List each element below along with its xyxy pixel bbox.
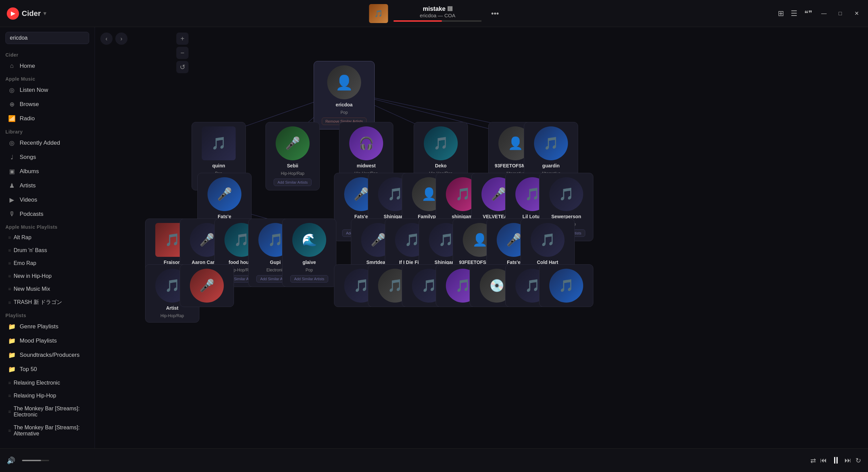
drag-handle-icon: ≡ [8,393,11,398]
drag-handle-icon: ≡ [8,235,11,240]
sidebar-item-mood-playlists[interactable]: 📁 Mood Playlists [2,334,93,348]
sidebar-item-alt-rap[interactable]: ≡ Alt Rap [2,231,93,244]
sidebar-label-mood-playlists: Mood Playlists [20,337,57,344]
artist-node-bottom-2[interactable]: 🎤 [180,264,234,307]
artist-node-sebii[interactable]: 🎤 Sebii Hip-Hop/Rap Add Similar Artists [265,122,320,190]
back-button[interactable]: ‹ [100,33,113,45]
sidebar-label-relaxing-hip-hop: Relaxing Hip-Hop [14,393,56,399]
close-button[interactable]: ✕ [852,9,861,18]
sidebar-item-radio[interactable]: 📶 Radio [2,111,93,126]
sidebar-label-browse: Browse [20,101,39,108]
sidebar-item-podcasts[interactable]: 🎙 Podcasts [2,207,93,221]
artist-name-bottom-1: Artist [166,305,179,311]
player-bar: 🔊 ⇄ ⏮ ⏸ ⏭ ↻ [0,448,868,472]
volume-bar[interactable] [22,460,49,461]
grid-view-icon[interactable]: ⊞ [778,9,784,18]
artist-name-deko: Deko [435,163,447,168]
browse-icon: ⊕ [8,101,16,108]
sidebar-item-trash-shin-dragon[interactable]: ≡ TRASH 新 ドラゴン [2,295,93,309]
sidebar-label-artists: Artists [20,182,36,189]
sidebar-item-emo-rap[interactable]: ≡ Emo Rap [2,257,93,270]
minimize-button[interactable]: — [819,9,829,18]
now-playing-info: mistake 🅴 ericdoa — COA [393,5,481,22]
podcasts-icon: 🎙 [8,210,16,218]
reset-zoom-button[interactable]: ↺ [176,61,189,73]
titlebar: ▶ Cider ▾ 🎵 mistake 🅴 ericdoa — COA ••• … [0,0,868,27]
sidebar-label-home: Home [20,63,35,69]
drag-handle-icon: ≡ [8,409,11,414]
artist-genre-ericdoa: Pop [340,110,348,115]
sidebar-item-listen-now[interactable]: ◎ Listen Now [2,83,93,97]
sidebar-item-relaxing-electronic[interactable]: ≡ Relaxing Electronic [2,376,93,389]
artist-avatar-bottom-9: 🎵 [549,269,583,303]
next-button[interactable]: ⏭ [845,456,851,464]
logo-icon: ▶ [7,7,19,20]
videos-icon: ▶ [8,196,16,204]
sidebar-item-videos[interactable]: ▶ Videos [2,193,93,207]
sidebar-item-recently-added[interactable]: ◎ Recently Added [2,136,93,150]
search-input[interactable] [5,32,89,44]
sidebar-item-genre-playlists[interactable]: 📁 Genre Playlists [2,320,93,334]
sidebar-item-monkey-bar-electronic[interactable]: ≡ The Monkey Bar [Streams]: Electronic [2,402,93,421]
artist-genre-bottom-1: Hip-Hop/Rap [160,313,184,318]
sidebar-item-artists[interactable]: ♟ Artists [2,179,93,193]
sidebar-item-songs[interactable]: ♩ Songs [2,150,93,164]
lyrics-icon[interactable]: ❝❞ [804,9,812,18]
now-playing-artist: ericdoa — COA [420,13,455,18]
artist-avatar-sebii: 🎤 [276,126,310,160]
repeat-button[interactable]: ↻ [855,456,861,465]
artist-name-ericdoa: ericdoa [336,102,353,107]
playback-controls: ⇄ ⏮ ⏸ ⏭ ↻ [810,455,861,466]
app-name: Cider [22,9,41,18]
pause-button[interactable]: ⏸ [831,455,841,466]
library-section-label: Library [0,126,95,136]
add-similar-button-glaive[interactable]: Add Similar Artists [290,275,328,283]
sidebar-label-genre-playlists: Genre Playlists [20,323,58,330]
artist-node-glaive[interactable]: 🌊 glaive Pop Add Similar Artists [282,219,336,287]
player-controls: 🔊 [7,456,49,465]
playlists-section-label: Playlists [0,309,95,320]
app-logo[interactable]: ▶ Cider ▾ [7,7,46,20]
more-options-button[interactable]: ••• [491,9,499,18]
explicit-icon: 🅴 [448,6,452,12]
artist-avatar-sewerperson: 🎵 [549,177,583,211]
artist-avatar-deko: 🎵 [424,126,458,160]
sidebar-label-emo-rap: Emo Rap [14,260,36,266]
add-similar-button-sebii[interactable]: Add Similar Artists [274,179,311,186]
artist-name-gupi: Gupi [270,260,281,265]
volume-icon: 🔊 [7,456,15,465]
home-icon: ⌂ [8,62,16,69]
sidebar-item-soundtracks-producers[interactable]: 📁 Soundtracks/Producers [2,348,93,362]
volume-fill [22,460,41,461]
sidebar-item-browse[interactable]: ⊕ Browse [2,97,93,111]
sidebar-label-trash-shin-dragon: TRASH 新 ドラゴン [14,299,62,306]
sidebar-item-new-music-mix[interactable]: ≡ New Music Mix [2,283,93,295]
artist-genre-sebii: Hip-Hop/Rap [281,171,304,176]
drag-handle-icon: ≡ [8,380,11,386]
sidebar-label-recently-added: Recently Added [20,140,60,146]
artist-node-bottom-9[interactable]: 🎵 [539,264,593,307]
artist-node-ericdoa[interactable]: 👤 ericdoa Pop Remove Similar Artists [314,61,375,129]
sidebar-item-top-50[interactable]: 📁 Top 50 [2,362,93,376]
sidebar-item-drum-n-bass[interactable]: ≡ Drum 'n' Bass [2,244,93,257]
artist-avatar-cold-hart: 🎵 [531,223,565,257]
sidebar-item-monkey-bar-alternative[interactable]: ≡ The Monkey Bar [Streams]: Alternative [2,421,93,440]
artist-name-quinn: quinn [212,163,225,168]
sidebar-item-home[interactable]: ⌂ Home [2,59,93,73]
sidebar-label-monkey-bar-alternative: The Monkey Bar [Streams]: Alternative [14,425,86,437]
artists-icon: ♟ [8,182,16,189]
zoom-out-button[interactable]: − [176,47,189,59]
cider-menu-arrow[interactable]: ▾ [43,10,46,17]
sidebar-item-new-in-hip-hop[interactable]: ≡ New in Hip-Hop [2,270,93,283]
zoom-in-button[interactable]: + [176,33,189,45]
list-view-icon[interactable]: ☰ [791,9,797,18]
maximize-button[interactable]: □ [835,9,845,18]
sidebar-item-relaxing-hip-hop[interactable]: ≡ Relaxing Hip-Hop [2,389,93,402]
shuffle-button[interactable]: ⇄ [810,456,816,465]
sidebar-item-albums[interactable]: ▣ Albums [2,164,93,179]
previous-button[interactable]: ⏮ [820,456,827,464]
artist-avatar-midwest: 🎧 [349,126,383,160]
artist-graph[interactable]: 👤 ericdoa Pop Remove Similar Artists 🎵 q… [95,27,868,472]
forward-button[interactable]: › [115,33,127,45]
progress-bar[interactable] [393,20,481,22]
